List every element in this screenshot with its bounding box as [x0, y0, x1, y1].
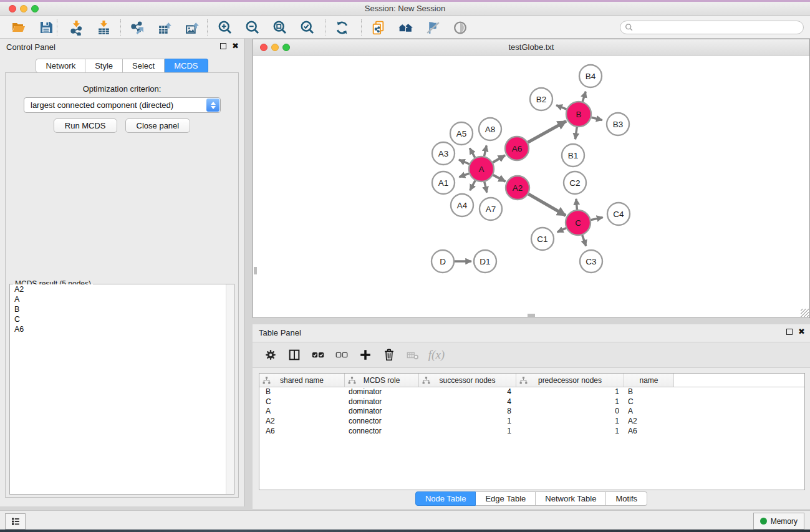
node-C[interactable]: C — [566, 210, 591, 235]
import-table-button[interactable] — [92, 18, 115, 37]
mcds-result-item[interactable]: C — [10, 314, 234, 324]
edge-C-C4[interactable] — [591, 218, 603, 220]
edge-A-A6[interactable] — [493, 155, 505, 163]
table-row[interactable]: Adominator80A — [259, 407, 804, 417]
mcds-result-item[interactable]: A6 — [10, 324, 234, 334]
cell-MCDS-role[interactable]: connector — [345, 427, 419, 437]
tab-node-table[interactable]: Node Table — [415, 491, 476, 506]
node-C2[interactable]: C2 — [564, 172, 586, 194]
cell-predecessor-nodes[interactable]: 1 — [516, 397, 624, 407]
unselect-all-columns-button[interactable] — [331, 344, 352, 365]
float-table-panel-icon[interactable] — [786, 329, 793, 335]
export-image-button[interactable] — [181, 18, 203, 37]
cell-predecessor-nodes[interactable]: 1 — [516, 387, 624, 397]
import-network-button[interactable] — [65, 18, 87, 37]
dropdown-stepper-icon[interactable] — [206, 99, 219, 112]
tab-network-table[interactable]: Network Table — [536, 491, 606, 506]
node-D1[interactable]: D1 — [474, 250, 496, 273]
cell-name[interactable]: A2 — [624, 417, 674, 427]
close-window-button[interactable] — [9, 5, 16, 12]
delete-column-button[interactable] — [378, 344, 400, 365]
cell-predecessor-nodes[interactable]: 1 — [516, 417, 624, 427]
node-A8[interactable]: A8 — [479, 118, 501, 140]
zoom-fit-button[interactable] — [269, 18, 291, 37]
export-table-button[interactable] — [153, 18, 176, 37]
run-mcds-button[interactable]: Run MCDS — [54, 118, 117, 133]
node-B1[interactable]: B1 — [562, 144, 584, 167]
save-session-button[interactable] — [35, 18, 57, 37]
network-zoom-button[interactable] — [282, 44, 290, 51]
table-row[interactable]: Cdominator41C — [259, 397, 804, 407]
search-box[interactable] — [620, 21, 804, 34]
cell-MCDS-role[interactable]: dominator — [345, 407, 419, 417]
cell-successor-nodes[interactable]: 4 — [419, 387, 516, 397]
close-table-panel-icon[interactable]: ✖ — [798, 328, 805, 336]
node-B2[interactable]: B2 — [530, 88, 552, 110]
node-A[interactable]: A — [469, 157, 494, 181]
node-A4[interactable]: A4 — [451, 194, 473, 216]
cell-successor-nodes[interactable]: 1 — [419, 427, 516, 437]
node-C3[interactable]: C3 — [580, 250, 602, 273]
node-C1[interactable]: C1 — [531, 228, 554, 250]
edge-C-C2[interactable] — [576, 199, 577, 210]
cell-successor-nodes[interactable]: 1 — [419, 417, 516, 427]
create-column-button[interactable] — [355, 344, 376, 365]
node-A6[interactable]: A6 — [505, 137, 529, 160]
node-D[interactable]: D — [432, 250, 454, 273]
cell-MCDS-role[interactable]: dominator — [345, 387, 419, 397]
result-list-scrollbar[interactable] — [226, 284, 234, 494]
cell-name[interactable]: A — [624, 407, 674, 417]
node-A3[interactable]: A3 — [432, 142, 455, 165]
criterion-dropdown[interactable]: largest connected component (directed) — [24, 97, 221, 113]
edge-C-C3[interactable] — [582, 235, 586, 246]
split-table-view-button[interactable] — [284, 344, 305, 365]
network-canvas[interactable]: B4B2BB3A8A5A6A3B1AA1C2A2A4A7C4CC1C3DD1 — [253, 56, 809, 317]
network-minimize-button[interactable] — [271, 44, 279, 51]
node-B4[interactable]: B4 — [579, 65, 602, 87]
node-A1[interactable]: A1 — [432, 172, 455, 194]
column-header-predecessor-nodes[interactable]: predecessor nodes — [516, 374, 624, 387]
edge-B-B2[interactable] — [556, 105, 566, 110]
tab-network[interactable]: Network — [36, 59, 85, 73]
column-header-name[interactable]: name — [624, 374, 674, 387]
node-B3[interactable]: B3 — [607, 113, 629, 135]
edge-A2-C[interactable] — [528, 194, 566, 216]
mcds-result-item[interactable]: A2 — [10, 284, 234, 294]
cell-shared-name[interactable]: A6 — [259, 427, 345, 437]
column-header-successor-nodes[interactable]: successor nodes — [419, 374, 516, 387]
cell-name[interactable]: B — [624, 387, 674, 397]
mcds-result-item[interactable]: B — [10, 304, 234, 314]
column-header-shared-name[interactable]: shared name — [259, 374, 345, 387]
network-window-titlebar[interactable]: testGlobe.txt — [253, 39, 809, 56]
tab-motifs[interactable]: Motifs — [606, 491, 647, 506]
edge-B-B3[interactable] — [591, 117, 602, 120]
tab-mcds[interactable]: MCDS — [165, 59, 208, 73]
node-B[interactable]: B — [566, 102, 591, 127]
open-session-button[interactable] — [7, 18, 30, 37]
search-input[interactable] — [634, 23, 796, 32]
zoom-selected-button[interactable] — [296, 18, 319, 37]
window-resize-grip[interactable] — [801, 309, 809, 317]
zoom-in-button[interactable] — [214, 18, 236, 37]
cell-successor-nodes[interactable]: 8 — [419, 407, 516, 417]
tab-style[interactable]: Style — [85, 59, 123, 73]
zoom-out-button[interactable] — [241, 18, 264, 37]
cell-shared-name[interactable]: A2 — [259, 417, 345, 427]
clone-network-button[interactable] — [367, 18, 389, 37]
node-C4[interactable]: C4 — [607, 203, 630, 225]
cell-shared-name[interactable]: B — [259, 387, 345, 397]
hide-graphics-details-button[interactable] — [422, 18, 444, 37]
edge-B-B4[interactable] — [582, 92, 586, 102]
edge-A-A5[interactable] — [470, 148, 475, 158]
edge-A-A7[interactable] — [485, 181, 487, 192]
cell-MCDS-role[interactable]: connector — [345, 417, 419, 427]
edge-B-B1[interactable] — [576, 127, 577, 139]
table-settings-button[interactable] — [260, 344, 281, 365]
cell-successor-nodes[interactable]: 4 — [419, 397, 516, 407]
cell-shared-name[interactable]: C — [259, 397, 345, 407]
node-A2[interactable]: A2 — [506, 176, 529, 200]
cell-predecessor-nodes[interactable]: 0 — [516, 407, 624, 417]
tab-edge-table[interactable]: Edge Table — [476, 491, 536, 506]
edge-C-C1[interactable] — [557, 228, 566, 233]
cell-MCDS-role[interactable]: dominator — [345, 397, 419, 407]
